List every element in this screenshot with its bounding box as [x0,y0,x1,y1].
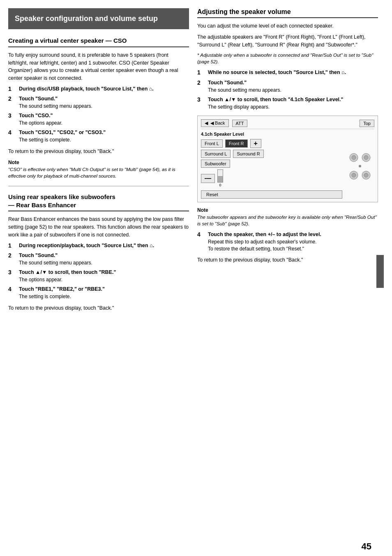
speaker-row-sub: Subwoofer [201,160,342,168]
page-number: 45 [362,541,371,552]
speaker-buttons: Front L Front R + Surround L Surround R … [201,139,342,199]
back-label: ◀ Back [210,120,225,126]
svg-point-3 [352,155,356,160]
volume-steps: 1 While no source is selected, touch "So… [197,69,378,111]
volume-intro2: The adjustable speakers are "Front R" (F… [197,33,378,49]
rbe-back-text: To return to the previous display, touch… [8,304,189,312]
svg-point-7 [352,173,356,177]
surround-l-button[interactable]: Surround L [201,150,231,158]
volume-asterisk: * Adjustable only when a subwoofer is co… [197,52,378,65]
speaker-level-label: 4.1ch Speaker Level [201,132,374,137]
minus-button[interactable]: — [201,174,215,183]
rbe-step-4: 4 Touch "RBE1," "RBE2," or "RBE3." The s… [8,286,189,300]
speaker-ui-diagram: ◀ ◀ Back ATT Top 4.1ch Speaker Level Fro… [197,116,378,202]
section-rbe-intro: Rear Bass Enhancer enhances the bass sou… [8,215,189,239]
section-cso-title: Creating a virtual center speaker — CSO [8,37,189,47]
rbe-step-1: 1 During reception/playback, touch "Sour… [8,242,189,250]
volume-step4-list: 4 Touch the speaker, then +/– to adjust … [197,231,378,252]
svg-point-5 [364,173,368,177]
volume-intro1: You can adjust the volume level of each … [197,22,378,30]
rbe-step-3: 3 Touch ▲/▼ to scroll, then touch "RBE."… [8,269,189,283]
speaker-ui-inner: Front L Front R + Surround L Surround R … [201,139,374,199]
surround-r-button[interactable]: Surround R [233,150,263,158]
plus-button[interactable]: + [250,139,261,148]
volume-step-1: 1 While no source is selected, touch "So… [197,69,378,77]
rbe-step-2: 2 Touch "Sound." The sound setting menu … [8,252,189,266]
section-cso-intro: To fully enjoy surround sound, it is pre… [8,51,189,82]
volume-note-text: The subwoofer appears and the subwoofer … [197,214,378,227]
rbe-steps: 1 During reception/playback, touch "Sour… [8,242,189,301]
header-title: Speaker configuration and volume setup [15,14,158,23]
volume-step-2: 2 Touch "Sound." The sound setting menu … [197,79,378,94]
volume-step-4: 4 Touch the speaker, then +/– to adjust … [197,231,378,252]
speaker-row-surround: Surround L Surround R [201,150,342,158]
section-rbe-title: Using rear speakers like subwoofers — Re… [8,193,189,211]
section-volume: Adjusting the speaker volume You can adj… [197,8,378,264]
reset-row: Reset [201,190,342,199]
front-r-button[interactable]: Front R [225,139,248,148]
front-l-button[interactable]: Front L [201,139,223,148]
minus-row: — 0 [201,169,342,187]
cso-step-4: 4 Touch "CSO1," "CSO2," or "CSO3." The s… [8,129,189,144]
svg-point-1 [364,155,368,160]
volume-note-label: Note [197,207,378,213]
volume-back-text: To return to the previous display, touch… [197,256,378,264]
section-rbe: Using rear speakers like subwoofers — Re… [8,193,189,312]
speaker-row-front: Front L Front R + [201,139,342,148]
level-bar [217,169,223,183]
zero-label: 0 [219,183,221,187]
svg-point-8 [359,165,361,167]
att-button[interactable]: ATT [232,120,248,127]
cso-step-1: 1 During disc/USB playback, touch "Sourc… [8,86,189,93]
cso-step-3: 3 Touch "CSO." The options appear. [8,112,189,127]
section-cso: Creating a virtual center speaker — CSO … [8,37,189,179]
cso-step-2: 2 Touch "Sound." The sound setting menu … [8,95,189,110]
speaker-diagram [346,139,374,199]
sidebar-tab [376,255,384,288]
cso-note-label: Note [8,160,189,165]
top-button[interactable]: Top [360,120,374,127]
back-button[interactable]: ◀ ◀ Back [201,119,229,127]
back-arrow-icon: ◀ [205,120,208,126]
subwoofer-button[interactable]: Subwoofer [201,160,230,168]
section-volume-title: Adjusting the speaker volume [197,8,378,18]
cso-back-text: To return to the previous display, touch… [8,148,189,155]
page-header: Speaker configuration and volume setup [8,8,189,29]
cso-steps: 1 During disc/USB playback, touch "Sourc… [8,86,189,144]
volume-step-3: 3 Touch ▲/▼ to scroll, then touch "4.1ch… [197,96,378,111]
reset-button[interactable]: Reset [201,190,342,199]
level-display: 0 [217,169,223,187]
speaker-diagram-svg [346,153,374,185]
cso-note-text: "CSO" is effective only when "Multi Ch O… [8,166,189,179]
speaker-ui-topbar: ◀ ◀ Back ATT Top [201,119,374,129]
